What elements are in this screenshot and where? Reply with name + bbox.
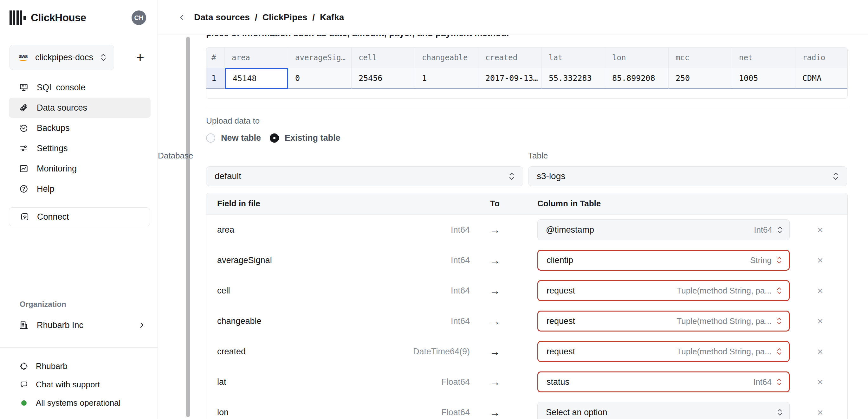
field-type: Float64: [384, 367, 470, 397]
sidebar-item-sql-console[interactable]: SQL console: [9, 77, 151, 98]
breadcrumb-data-sources[interactable]: Data sources: [194, 12, 250, 23]
table-select[interactable]: s3-logs: [528, 166, 847, 186]
back-button[interactable]: [178, 13, 186, 22]
mapping-row-averageSignal: averageSignal Int64 → clientip String ×: [206, 245, 847, 276]
cell[interactable]: 1: [415, 68, 478, 89]
column-select-error[interactable]: request Tuple(method String, pa...: [537, 280, 790, 301]
column-header: averageSig…: [288, 47, 351, 68]
cell[interactable]: 55.332283: [542, 68, 605, 89]
sample-table-row: 1 45148 0 25456 1 2017-09-13… 55.332283 …: [206, 68, 847, 89]
radio-existing-table[interactable]: Existing table: [270, 133, 340, 143]
breadcrumb-separator: /: [255, 12, 257, 23]
cell[interactable]: 250: [669, 68, 732, 89]
main-content: Data sources / ClickPipes / Kafka piece …: [158, 0, 868, 419]
cell[interactable]: 2017-09-13…: [478, 68, 542, 89]
field-mapping-table: Field in file To Column in Table area In…: [206, 193, 848, 419]
column-type: Tuple(method String, pa...: [677, 286, 772, 296]
column-select-error[interactable]: status Int64: [537, 372, 790, 392]
column-select-error[interactable]: request Tuple(method String, pa...: [537, 311, 790, 331]
arrow-right-icon: →: [479, 245, 510, 276]
footer-item-chat-support[interactable]: Chat with support: [9, 375, 150, 394]
column-header: created: [478, 47, 542, 68]
cell[interactable]: CDMA: [796, 68, 848, 89]
page: ClickHouse CH aws clickpipes-docs + SQL …: [0, 0, 868, 419]
chevron-updown-icon: [776, 286, 782, 295]
connect-button[interactable]: Connect: [9, 207, 150, 226]
column-header: mcc: [669, 47, 732, 68]
row-number-cell: 1: [206, 68, 225, 89]
column-select-error[interactable]: clientip String: [537, 250, 790, 271]
sidebar-item-monitoring[interactable]: Monitoring: [9, 158, 151, 179]
footer-label: Rhubarb: [36, 361, 67, 371]
chevron-updown-icon: [777, 408, 783, 417]
column-select-error[interactable]: request Tuple(method String, pa...: [537, 341, 790, 362]
sidebar-item-help[interactable]: Help: [9, 179, 151, 199]
data-sources-icon: [19, 103, 29, 112]
column-value: status: [547, 377, 749, 387]
field-name: averageSignal: [217, 245, 272, 276]
avatar[interactable]: CH: [131, 10, 146, 25]
horizontal-scroll-strip[interactable]: [206, 89, 847, 99]
vertical-scrollbar[interactable]: [186, 37, 190, 417]
connect-icon: [20, 212, 29, 222]
cell-area-selected[interactable]: 45148: [225, 68, 288, 89]
sidebar-item-settings[interactable]: Settings: [9, 138, 151, 158]
field-type: DateTime64(9): [384, 336, 470, 367]
footer-label: All systems operational: [36, 398, 121, 408]
nav-label: Data sources: [37, 103, 87, 113]
radio-unselected-icon[interactable]: [206, 133, 215, 142]
cell[interactable]: 85.899208: [605, 68, 669, 89]
cell[interactable]: 25456: [351, 68, 415, 89]
table-label: Table: [528, 151, 548, 161]
nav-label: Help: [37, 184, 55, 194]
arrow-right-icon: →: [479, 397, 510, 419]
arrow-right-icon: →: [479, 306, 510, 336]
radio-selected-icon[interactable]: [270, 133, 279, 142]
footer-item-system-status[interactable]: All systems operational: [9, 394, 150, 412]
column-type: String: [750, 255, 772, 265]
organization-row[interactable]: Rhubarb Inc: [9, 316, 150, 335]
column-value: request: [547, 316, 672, 326]
sidebar-item-backups[interactable]: Backups: [9, 118, 151, 138]
arrow-right-icon: →: [479, 367, 510, 397]
sidebar-item-data-sources[interactable]: Data sources: [9, 98, 151, 118]
remove-mapping-button[interactable]: ×: [811, 276, 829, 306]
add-service-button[interactable]: +: [134, 51, 146, 64]
remove-mapping-button[interactable]: ×: [811, 397, 829, 419]
remove-mapping-button[interactable]: ×: [811, 215, 829, 245]
mapping-header-column: Column in Table: [537, 199, 601, 208]
backups-icon: [19, 123, 29, 133]
field-name: lon: [217, 397, 228, 419]
field-name: cell: [217, 276, 230, 306]
cell[interactable]: 0: [288, 68, 351, 89]
chevron-updown-icon: [776, 316, 782, 326]
mapping-row-lat: lat Float64 → status Int64 ×: [206, 367, 847, 397]
chevron-updown-icon: [508, 171, 515, 181]
service-selector[interactable]: aws clickpipes-docs: [9, 45, 114, 70]
remove-mapping-button[interactable]: ×: [811, 245, 829, 276]
nav-label: Settings: [37, 143, 68, 153]
building-icon: [19, 320, 29, 330]
monitoring-icon: [19, 164, 29, 173]
radio-label: New table: [221, 133, 261, 143]
remove-mapping-button[interactable]: ×: [811, 336, 829, 367]
breadcrumb-kafka: Kafka: [320, 12, 344, 23]
column-select-placeholder[interactable]: Select an option: [537, 402, 790, 419]
chevron-updown-icon: [776, 347, 782, 356]
sample-table-header-row: # area averageSig… cell changeable creat…: [206, 47, 847, 68]
radio-new-table[interactable]: New table: [206, 133, 261, 143]
field-type: Int64: [384, 276, 470, 306]
footer-label: Chat with support: [36, 380, 100, 389]
footer-item-rhubarb[interactable]: Rhubarb: [9, 357, 150, 375]
cell[interactable]: 1005: [732, 68, 796, 89]
sidebar-nav: SQL console Data sources Backups Setting…: [9, 77, 151, 199]
database-select[interactable]: default: [206, 166, 523, 186]
puzzle-icon: [20, 362, 28, 370]
breadcrumb-clickpipes[interactable]: ClickPipes: [262, 12, 308, 23]
remove-mapping-button[interactable]: ×: [811, 306, 829, 336]
settings-icon: [19, 143, 29, 153]
nav-label: SQL console: [37, 83, 86, 93]
database-value: default: [215, 171, 508, 181]
remove-mapping-button[interactable]: ×: [811, 367, 829, 397]
column-select[interactable]: @timestamp Int64: [537, 219, 790, 240]
